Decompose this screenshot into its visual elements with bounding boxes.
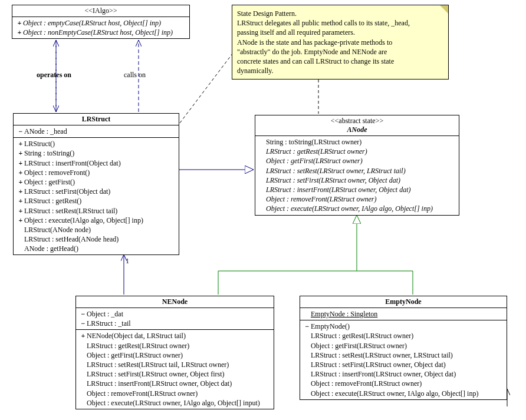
class-title: EmptyNode xyxy=(300,296,507,308)
class-emptynode: EmptyNode EmptyNode : Singleton −EmptyNo… xyxy=(300,296,507,400)
class-methods: String : toString(LRStruct owner) LRStru… xyxy=(255,136,459,215)
class-title: <<abstract state>> ANode xyxy=(255,115,459,136)
class-title: LRStruct xyxy=(14,114,179,125)
class-methods: −EmptyNode() LRStruct : getRest(LRStruct… xyxy=(300,320,507,399)
svg-line-5 xyxy=(179,53,233,124)
label-calls-on: calls on xyxy=(124,71,146,80)
class-methods: +NENode(Object dat, LRStruct tail) LRStr… xyxy=(76,330,274,409)
class-attributes: EmptyNode : Singleton xyxy=(300,308,507,320)
class-lrstruct: LRStruct −ANode : _head +LRStruct() +Str… xyxy=(13,113,179,255)
class-attributes: −ANode : _head xyxy=(14,125,179,138)
class-attributes: −Object : _dat −LRStruct : _tail xyxy=(76,308,274,330)
class-title: NENode xyxy=(76,296,274,308)
class-methods: +Object : emptyCase(LRStruct host, Objec… xyxy=(12,17,189,38)
note-line: "abstractly" do the job. EmptyNode and N… xyxy=(237,47,443,57)
class-methods: +LRStruct() +String : toString() +LRStru… xyxy=(14,138,179,254)
class-ialgo: <<IAlgo>> +Object : emptyCase(LRStruct h… xyxy=(12,5,190,39)
class-title: <<IAlgo>> xyxy=(12,5,189,17)
note-line: dynamically. xyxy=(237,66,443,75)
label-operates-on: operates on xyxy=(37,71,71,80)
note-line: concrete states and can call LRStruct to… xyxy=(237,57,443,66)
note-line: ANode is the state and has package-priva… xyxy=(237,38,443,47)
note-state-pattern: State Design Pattern. LRStruct delegates… xyxy=(232,5,449,80)
multiplicity-one: 1 xyxy=(126,257,129,266)
note-line: passing itself and all required paramete… xyxy=(237,28,443,37)
note-line: LRStruct delegates all public method cal… xyxy=(237,18,443,28)
note-line: State Design Pattern. xyxy=(237,9,443,18)
class-anode: <<abstract state>> ANode String : toStri… xyxy=(255,115,459,216)
class-nenode: NENode −Object : _dat −LRStruct : _tail … xyxy=(75,296,274,409)
